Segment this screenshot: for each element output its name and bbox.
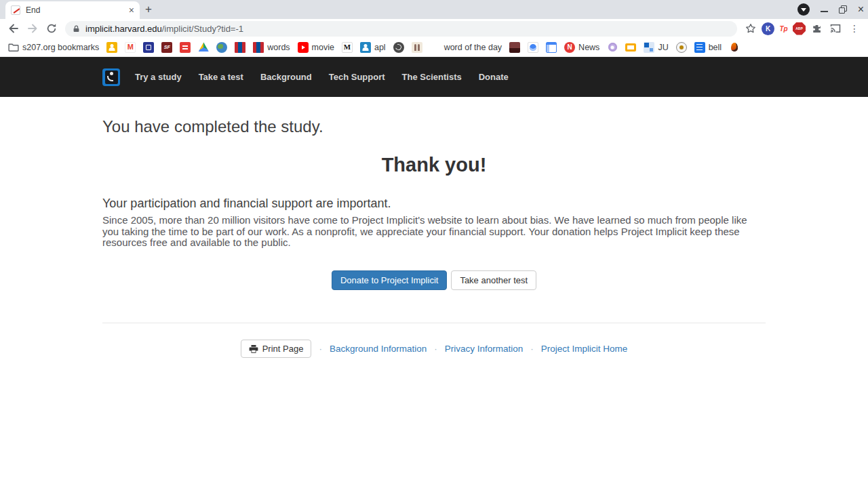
mosaic-icon (644, 42, 654, 53)
restore-button[interactable] (839, 5, 847, 14)
bookmark-s207-folder[interactable]: s207.org bookmarks (8, 42, 99, 53)
cast-icon[interactable] (827, 20, 844, 37)
extension-k-icon[interactable]: K (762, 22, 774, 35)
figures-icon (412, 42, 422, 53)
bookmark-item[interactable] (607, 42, 618, 53)
bookmark-item[interactable] (143, 42, 154, 53)
bookmark-item[interactable]: bell (694, 42, 722, 53)
reload-button[interactable] (43, 20, 60, 37)
earth-icon (216, 42, 227, 53)
emblem-icon (676, 42, 687, 53)
nav-item-take-a-test[interactable]: Take a test (199, 72, 243, 82)
new-tab-button[interactable]: + (140, 1, 157, 18)
bookmark-item[interactable]: M (342, 42, 353, 53)
nav-item-donate[interactable]: Donate (479, 72, 509, 82)
url-path: /implicit/Study?tid=-1 (162, 24, 243, 34)
bookmark-item[interactable]: movie (298, 42, 334, 53)
footer-link-background-information[interactable]: Background Information (330, 344, 427, 354)
flag-icon (235, 42, 245, 53)
youtube-icon (298, 42, 309, 53)
print-page-button[interactable]: Print Page (241, 340, 312, 358)
thank-you-heading: Thank you! (102, 154, 766, 176)
extension-tp-icon[interactable]: Tp (777, 22, 790, 35)
browser-window: End × + × implicit.harvard.edu/implicit/… (0, 0, 868, 488)
separator-dot: · (530, 344, 534, 354)
forward-button[interactable] (24, 20, 41, 37)
doc-lines-icon (694, 42, 705, 53)
bookmark-item[interactable]: apl (360, 42, 386, 53)
browser-menu-button[interactable]: ⋮ (846, 20, 863, 37)
extensions-puzzle-icon[interactable] (808, 20, 825, 37)
project-implicit-logo[interactable] (102, 68, 120, 86)
site-navbar: Try a study Take a test Background Tech … (0, 57, 868, 97)
donate-button[interactable]: Donate to Project Implicit (332, 270, 448, 291)
classroom-icon (106, 42, 117, 53)
footer-divider (102, 323, 766, 323)
bookmark-item[interactable] (625, 43, 636, 52)
footer-link-privacy-information[interactable]: Privacy Information (445, 344, 524, 354)
bookmark-item[interactable] (676, 42, 687, 53)
close-icon[interactable]: × (129, 5, 134, 15)
bookmark-item[interactable]: M (125, 42, 136, 53)
flag-icon (253, 42, 264, 53)
news-icon: N (564, 42, 575, 53)
gmail-icon: M (125, 42, 136, 53)
bookmark-label: s207.org bookmarks (22, 43, 99, 52)
back-button[interactable] (5, 20, 22, 37)
flower-icon (607, 42, 618, 53)
tab-strip: End × + × (0, 0, 868, 19)
profile-avatar-icon[interactable] (797, 3, 810, 16)
folder-icon (8, 42, 19, 53)
close-window-button[interactable]: × (858, 4, 864, 15)
nav-item-the-scientists[interactable]: The Scientists (402, 72, 462, 82)
nav-item-background[interactable]: Background (260, 72, 312, 82)
support-subheading: Your participation and financial support… (102, 197, 766, 211)
bookmark-item[interactable] (509, 42, 520, 53)
red-site-icon (180, 42, 191, 53)
bookmark-item[interactable] (393, 42, 404, 53)
bookmark-item[interactable] (235, 42, 245, 53)
donation-paragraph: Since 2005, more than 20 million visitor… (102, 215, 766, 249)
bookmark-item[interactable] (106, 42, 117, 53)
bookmark-star-button[interactable] (743, 20, 759, 37)
study-complete-heading: You have completed the study. (102, 117, 766, 136)
bookmark-item[interactable] (546, 42, 557, 53)
page-content: You have completed the study. Thank you!… (102, 97, 766, 358)
bookmark-item[interactable]: words (253, 42, 290, 53)
print-page-label: Print Page (262, 344, 304, 354)
footer-link-project-implicit-home[interactable]: Project Implicit Home (541, 344, 628, 354)
tab-end[interactable]: End × (5, 1, 140, 19)
printer-icon (249, 344, 258, 354)
flame-icon (729, 42, 740, 53)
nav-item-tech-support[interactable]: Tech Support (329, 72, 385, 82)
window-icon (546, 42, 557, 53)
drive-icon (198, 42, 209, 53)
tab-favicon-icon (11, 5, 20, 15)
bookmark-item[interactable]: N News (564, 42, 599, 53)
bookmark-item[interactable] (198, 42, 209, 53)
address-bar[interactable]: implicit.harvard.edu/implicit/Study?tid=… (65, 21, 737, 37)
take-another-test-button[interactable]: Take another test (451, 270, 536, 291)
sf-icon: SF (161, 42, 172, 53)
bookmark-item[interactable] (729, 42, 740, 53)
url-text: implicit.harvard.edu/implicit/Study?tid=… (85, 24, 243, 34)
nav-item-try-a-study[interactable]: Try a study (135, 72, 182, 82)
bookmark-item[interactable]: word of the day (430, 42, 502, 53)
bookmark-item[interactable] (216, 42, 227, 53)
lock-icon[interactable] (72, 24, 81, 33)
medium-icon: M (342, 42, 353, 53)
bookmark-item[interactable]: JU (644, 42, 668, 53)
bookmark-item[interactable] (180, 42, 191, 53)
globe-icon (528, 42, 538, 53)
bookmark-item[interactable] (412, 42, 422, 53)
orange-rect-icon (625, 43, 636, 52)
separator-dot: · (434, 344, 437, 354)
bookmark-item[interactable]: SF (161, 42, 172, 53)
url-domain: implicit.harvard.edu (85, 24, 162, 34)
bookmark-item[interactable] (528, 42, 538, 53)
adblock-plus-icon[interactable]: ABP (793, 22, 806, 35)
page-footer: Print Page · Background Information · Pr… (102, 340, 766, 358)
minimize-button[interactable] (821, 11, 828, 12)
action-buttons: Donate to Project Implicit Take another … (102, 270, 766, 291)
library-icon (143, 42, 154, 53)
